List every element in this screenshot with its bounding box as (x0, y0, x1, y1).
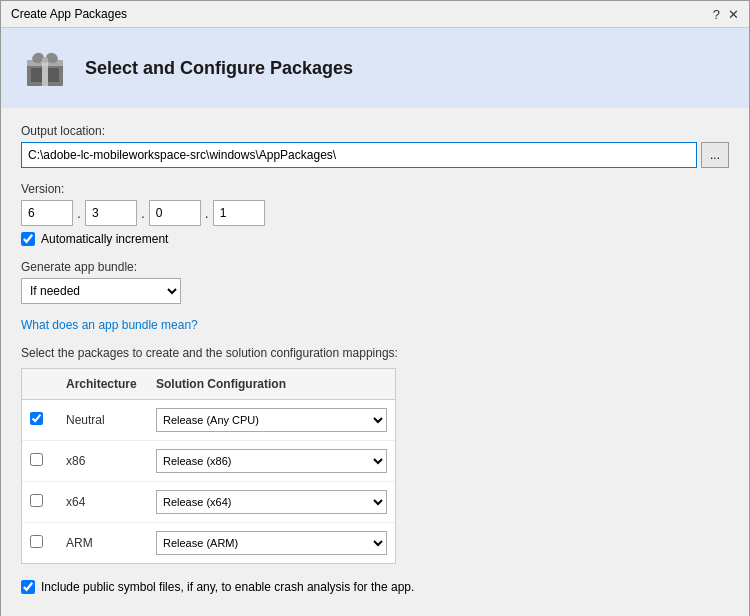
generate-bundle-select[interactable]: Always If needed Never (21, 278, 181, 304)
include-symbols-group: Include public symbol files, if any, to … (21, 580, 729, 594)
row2-config-select[interactable]: Debug (x86) Release (x86) (156, 449, 387, 473)
svg-point-9 (42, 57, 48, 63)
auto-increment-row: Automatically increment (21, 232, 729, 246)
row2-checkbox[interactable] (30, 453, 43, 466)
dialog-window: Create App Packages ? ✕ (0, 0, 750, 616)
version-label: Version: (21, 182, 729, 196)
title-bar: Create App Packages ? ✕ (1, 1, 749, 28)
row4-check-cell (22, 531, 58, 555)
packages-section: Select the packages to create and the so… (21, 346, 729, 564)
include-symbols-checkbox[interactable] (21, 580, 35, 594)
row4-checkbox[interactable] (30, 535, 43, 548)
row3-config-cell: Debug (x64) Release (x64) (148, 486, 395, 518)
dialog-content: Output location: ... Version: . . . Auto… (1, 108, 749, 616)
dialog-header: Select and Configure Packages (1, 28, 749, 108)
auto-increment-label[interactable]: Automatically increment (41, 232, 168, 246)
version-build[interactable] (213, 200, 265, 226)
version-dot-1: . (77, 205, 81, 221)
row3-checkbox[interactable] (30, 494, 43, 507)
header-arch: Architecture (58, 373, 148, 395)
header-check (22, 373, 58, 395)
browse-button[interactable]: ... (701, 142, 729, 168)
package-icon (21, 44, 69, 92)
close-button[interactable]: ✕ (728, 8, 739, 21)
row1-config-select[interactable]: Debug (Any CPU) Release (Any CPU) (156, 408, 387, 432)
row1-checkbox[interactable] (30, 412, 43, 425)
auto-increment-checkbox[interactable] (21, 232, 35, 246)
version-minor[interactable] (85, 200, 137, 226)
output-location-input-row: ... (21, 142, 729, 168)
row4-config-cell: Debug (ARM) Release (ARM) (148, 527, 395, 559)
header-config: Solution Configuration (148, 373, 395, 395)
title-bar-controls: ? ✕ (713, 8, 739, 21)
output-location-input[interactable] (21, 142, 697, 168)
row1-config-cell: Debug (Any CPU) Release (Any CPU) (148, 404, 395, 436)
version-patch[interactable] (149, 200, 201, 226)
generate-bundle-label: Generate app bundle: (21, 260, 729, 274)
row4-config-select[interactable]: Debug (ARM) Release (ARM) (156, 531, 387, 555)
packages-section-label: Select the packages to create and the so… (21, 346, 729, 360)
row2-check-cell (22, 449, 58, 473)
table-row: Neutral Debug (Any CPU) Release (Any CPU… (22, 400, 395, 441)
packages-table: Architecture Solution Configuration Neut… (21, 368, 396, 564)
version-group: Version: . . . Automatically increment (21, 182, 729, 246)
row2-config-cell: Debug (x86) Release (x86) (148, 445, 395, 477)
version-dot-2: . (141, 205, 145, 221)
row3-check-cell (22, 490, 58, 514)
row3-arch: x64 (58, 491, 148, 513)
row3-config-select[interactable]: Debug (x64) Release (x64) (156, 490, 387, 514)
output-location-label: Output location: (21, 124, 729, 138)
row1-check-cell (22, 408, 58, 432)
table-row: ARM Debug (ARM) Release (ARM) (22, 523, 395, 563)
table-row: x86 Debug (x86) Release (x86) (22, 441, 395, 482)
row4-arch: ARM (58, 532, 148, 554)
version-major[interactable] (21, 200, 73, 226)
row2-arch: x86 (58, 450, 148, 472)
output-location-group: Output location: ... (21, 124, 729, 168)
bundle-link-group: What does an app bundle mean? (21, 318, 729, 332)
row1-arch: Neutral (58, 409, 148, 431)
bundle-info-link[interactable]: What does an app bundle mean? (21, 318, 198, 332)
include-symbols-label[interactable]: Include public symbol files, if any, to … (41, 580, 414, 594)
table-header: Architecture Solution Configuration (22, 369, 395, 400)
header-title: Select and Configure Packages (85, 58, 353, 79)
generate-bundle-group: Generate app bundle: Always If needed Ne… (21, 260, 729, 304)
dialog-title: Create App Packages (11, 7, 127, 21)
help-button[interactable]: ? (713, 8, 720, 21)
table-row: x64 Debug (x64) Release (x64) (22, 482, 395, 523)
version-dot-3: . (205, 205, 209, 221)
version-row: . . . (21, 200, 729, 226)
